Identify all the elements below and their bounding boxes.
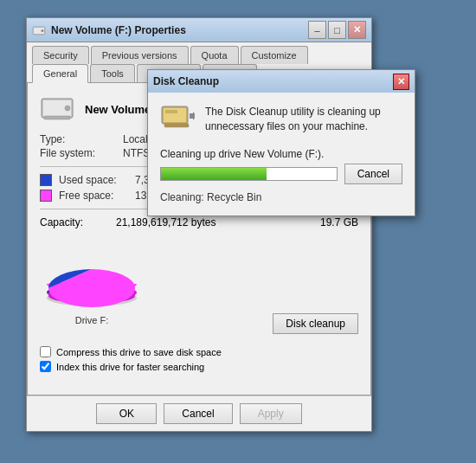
filesystem-label: File system: — [40, 147, 118, 159]
bottom-buttons: OK Cancel Apply — [27, 395, 371, 431]
cleanup-body: The Disk Cleanup utility is cleaning up … — [148, 93, 415, 215]
checkboxes-area: Compress this drive to save disk space I… — [40, 346, 358, 372]
main-title-bar: New Volume (F:) Properties – □ ✕ — [27, 18, 371, 42]
free-color-box — [40, 190, 52, 202]
ok-button[interactable]: OK — [96, 403, 157, 424]
cleanup-dialog: Disk Cleanup ✕ The Disk Cleanup utility … — [147, 69, 415, 216]
compress-row: Compress this drive to save disk space — [40, 346, 358, 357]
progress-bar-outer — [160, 167, 338, 181]
tab-security[interactable]: Security — [32, 46, 89, 64]
main-window-title: New Volume (F:) Properties — [51, 24, 186, 36]
title-bar-left: New Volume (F:) Properties — [32, 23, 186, 37]
capacity-bytes: 21,189,619,712 bytes — [116, 216, 313, 228]
svg-point-5 — [65, 106, 70, 111]
tab-general[interactable]: General — [32, 64, 88, 83]
type-label: Type: — [40, 133, 118, 145]
tabs-row1: Security Previous versions Quota Customi… — [32, 46, 366, 64]
progress-bar-inner — [161, 168, 267, 180]
cleaning-status-row: Cleaning: Recycle Bin — [160, 191, 402, 203]
cleanup-close-button[interactable]: ✕ — [393, 74, 409, 90]
free-space-label: Free space: — [59, 190, 128, 202]
index-row: Index this drive for faster searching — [40, 361, 358, 372]
progress-row: Cancel — [160, 164, 402, 184]
compress-label: Compress this drive to save disk space — [56, 347, 222, 357]
cleanup-description: The Disk Cleanup utility is cleaning up … — [205, 105, 402, 136]
cleanup-title-bar: Disk Cleanup ✕ — [148, 70, 415, 93]
apply-button[interactable]: Apply — [240, 403, 302, 424]
chart-row: Drive F: Disk cleanup — [40, 239, 358, 334]
capacity-label: Capacity: — [40, 216, 109, 228]
drive-icon — [40, 95, 74, 123]
pie-chart-main — [40, 248, 144, 308]
close-button[interactable]: ✕ — [348, 21, 366, 39]
pie-chart — [40, 248, 144, 308]
cancel-button[interactable]: Cancel — [164, 403, 232, 424]
tab-quota[interactable]: Quota — [190, 46, 239, 64]
svg-point-2 — [42, 29, 44, 32]
title-buttons: – □ ✕ — [308, 21, 366, 39]
cleaning-target: Recycle Bin — [207, 191, 261, 203]
used-space-label: Used space: — [59, 174, 128, 186]
cleanup-cancel-button[interactable]: Cancel — [344, 164, 402, 184]
cleaning-label: Cleaning: — [160, 191, 204, 203]
cleanup-info-row: The Disk Cleanup utility is cleaning up … — [160, 105, 402, 136]
tab-tools[interactable]: Tools — [90, 64, 135, 82]
compress-checkbox[interactable] — [40, 346, 51, 357]
tab-previous-versions[interactable]: Previous versions — [91, 46, 189, 64]
chart-area: Drive F: — [40, 248, 144, 325]
drive-name: New Volume — [85, 103, 151, 116]
minimize-button[interactable]: – — [308, 21, 326, 39]
cleanup-disk-icon — [160, 105, 195, 136]
disk-cleanup-button[interactable]: Disk cleanup — [273, 313, 358, 334]
index-label: Index this drive for faster searching — [56, 362, 204, 372]
cleanup-dialog-title: Disk Cleanup — [153, 75, 219, 87]
svg-rect-13 — [165, 110, 177, 113]
svg-rect-6 — [44, 116, 70, 119]
capacity-gb: 19.7 GB — [320, 216, 358, 228]
progress-label: Cleaning up drive New Volume (F:). — [160, 148, 402, 160]
drive-label: Drive F: — [75, 315, 109, 325]
svg-rect-12 — [164, 124, 189, 127]
tab-customize[interactable]: Customize — [241, 46, 308, 64]
index-checkbox[interactable] — [40, 361, 51, 372]
drive-title-icon — [32, 23, 46, 37]
capacity-row: Capacity: 21,189,619,712 bytes 19.7 GB — [40, 216, 358, 228]
used-color-box — [40, 174, 52, 186]
maximize-button[interactable]: □ — [328, 21, 346, 39]
